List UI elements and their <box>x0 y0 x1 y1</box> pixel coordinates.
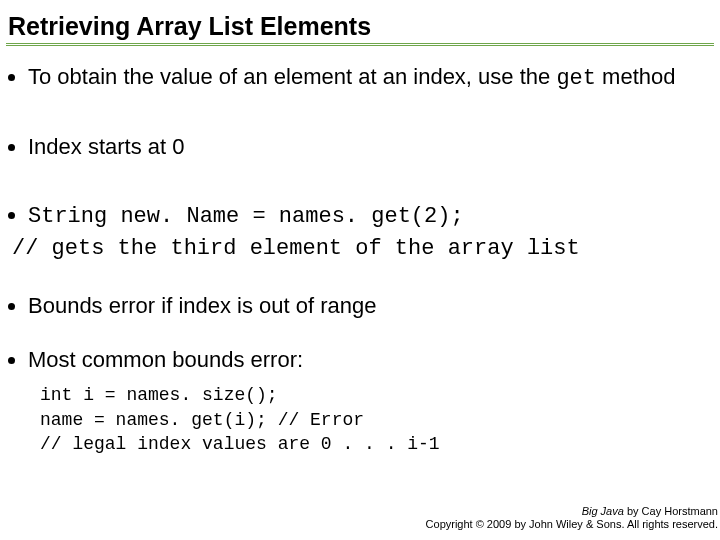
bullet-text: Index starts at 0 <box>28 134 185 159</box>
bullet-code-example: String new. Name = names. get(2); <box>28 198 714 234</box>
code-inline-get: get <box>556 66 596 91</box>
title-underline <box>6 43 714 46</box>
bullet-text: To obtain the value of an element at an … <box>28 64 556 89</box>
bullet-index-zero: Index starts at 0 <box>28 130 714 164</box>
bullet-get-method: To obtain the value of an element at an … <box>28 60 714 96</box>
footer-book-title: Big Java <box>582 505 624 517</box>
code-inline-example: String new. Name = names. get(2); <box>28 204 464 229</box>
bullet-text: Most common bounds error: <box>28 347 303 372</box>
bullet-list: To obtain the value of an element at an … <box>28 60 714 234</box>
slide: Retrieving Array List Elements To obtain… <box>0 0 720 540</box>
slide-title: Retrieving Array List Elements <box>8 12 714 41</box>
code-block: int i = names. size(); name = names. get… <box>40 383 714 456</box>
footer-author: by Cay Horstmann <box>624 505 718 517</box>
bullet-list-2: Bounds error if index is out of range Mo… <box>28 289 714 377</box>
bullet-common-error: Most common bounds error: <box>28 343 714 377</box>
bullet-text: method <box>596 64 676 89</box>
bullet-bounds-error: Bounds error if index is out of range <box>28 289 714 323</box>
footer-line-1: Big Java by Cay Horstmann <box>426 505 718 519</box>
footer-copyright: Copyright © 2009 by John Wiley & Sons. A… <box>426 518 718 532</box>
footer: Big Java by Cay Horstmann Copyright © 20… <box>426 505 718 533</box>
code-comment: // gets the third element of the array l… <box>12 236 714 261</box>
bullet-text: Bounds error if index is out of range <box>28 293 377 318</box>
